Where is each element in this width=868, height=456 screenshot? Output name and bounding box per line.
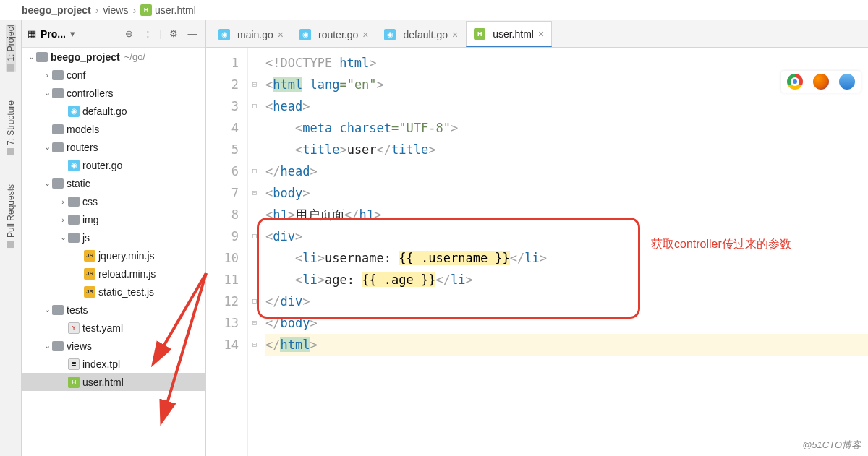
go-file-icon: ◉: [384, 29, 396, 40]
close-icon[interactable]: ×: [452, 29, 458, 40]
folder-icon: [52, 305, 64, 315]
folder-icon: [68, 215, 80, 225]
tree-item[interactable]: ≣index.tpl: [22, 355, 205, 373]
project-icon: ▦: [27, 28, 36, 39]
tree-item[interactable]: ⌄js: [22, 228, 205, 246]
editor-tab[interactable]: Huser.html×: [466, 21, 552, 47]
tree-item[interactable]: models: [22, 120, 205, 138]
project-panel-header: ▦ Pro... ▾ ⊕ ≑ | ⚙ —: [22, 20, 205, 48]
gear-icon[interactable]: ⚙: [166, 27, 181, 41]
fold-strip: ⊟⊟⊟⊟⊟⊟⊟⊟: [248, 48, 261, 456]
tree-root[interactable]: ⌄ beego_project~/go/: [22, 48, 205, 66]
editor-tabs: ◉main.go×◉router.go×◉default.go×Huser.ht…: [206, 20, 868, 48]
project-tree[interactable]: ⌄ beego_project~/go/ ›conf⌄controllers◉d…: [22, 48, 205, 456]
dropdown-icon[interactable]: ▾: [70, 28, 75, 39]
folder-icon: [52, 70, 64, 80]
folder-icon: [52, 341, 64, 351]
html-file-icon: H: [140, 4, 152, 16]
firefox-icon[interactable]: [813, 74, 829, 90]
folder-icon: [68, 197, 80, 207]
tree-item[interactable]: JSreload.min.js: [22, 264, 205, 283]
go-file-icon: ◉: [68, 160, 80, 171]
editor-tab[interactable]: ◉main.go×: [210, 21, 292, 47]
tree-item[interactable]: ◉router.go: [22, 156, 205, 174]
target-icon[interactable]: ⊕: [122, 27, 137, 41]
chevron-right-icon: ›: [132, 4, 136, 16]
tree-item[interactable]: JSjquery.min.js: [22, 246, 205, 264]
panel-title: Pro...: [41, 28, 66, 40]
project-panel: ▦ Pro... ▾ ⊕ ≑ | ⚙ — ⌄ beego_project~/go…: [22, 20, 206, 456]
chrome-icon[interactable]: [787, 74, 803, 90]
watermark: @51CTO博客: [802, 439, 861, 452]
close-icon[interactable]: ×: [538, 28, 544, 40]
close-icon[interactable]: ×: [278, 29, 284, 40]
tree-item[interactable]: JSstatic_test.js: [22, 283, 205, 301]
tree-item[interactable]: ›css: [22, 192, 205, 210]
js-file-icon: JS: [84, 250, 95, 262]
tree-item[interactable]: Ytest.yaml: [22, 319, 205, 337]
folder-icon: [52, 124, 64, 134]
sidebar-tab-pull-requests[interactable]: Pull Requests: [6, 184, 16, 248]
close-icon[interactable]: ×: [362, 29, 368, 40]
browser-preview-icons: [781, 71, 861, 93]
js-file-icon: JS: [84, 268, 95, 280]
tpl-file-icon: ≣: [68, 358, 80, 370]
tree-item[interactable]: ›img: [22, 210, 205, 228]
tree-item[interactable]: ⌄static: [22, 174, 205, 192]
tree-item[interactable]: ◉default.go: [22, 102, 205, 120]
tree-item[interactable]: ⌄routers: [22, 138, 205, 156]
sidebar-tab-structure[interactable]: 7: Structure: [6, 100, 16, 155]
html-file-icon: H: [474, 28, 485, 40]
line-gutter: 1234567891011121314: [206, 48, 248, 456]
go-file-icon: ◉: [299, 29, 311, 40]
tree-item[interactable]: ⌄tests: [22, 301, 205, 319]
html-file-icon: H: [68, 377, 80, 388]
chevron-right-icon: ›: [95, 4, 99, 16]
tree-item[interactable]: ⌄views: [22, 337, 205, 355]
tree-item[interactable]: Huser.html: [22, 373, 205, 391]
left-tool-strip: 1: Project 7: Structure Pull Requests: [0, 20, 22, 456]
sidebar-tab-project[interactable]: 1: Project: [6, 25, 16, 72]
go-file-icon: ◉: [218, 29, 230, 40]
go-file-icon: ◉: [68, 106, 80, 117]
yaml-file-icon: Y: [68, 322, 80, 334]
tree-item[interactable]: ⌄controllers: [22, 84, 205, 102]
safari-icon[interactable]: [839, 74, 855, 90]
folder-icon: [52, 88, 64, 98]
folder-icon: [68, 233, 80, 243]
editor-tab[interactable]: ◉router.go×: [292, 21, 376, 47]
js-file-icon: JS: [84, 286, 95, 298]
hide-icon[interactable]: —: [185, 27, 200, 41]
folder-icon: [52, 178, 64, 189]
tree-item[interactable]: ›conf: [22, 66, 205, 84]
folder-icon: [52, 142, 64, 152]
editor-tab[interactable]: ◉default.go×: [376, 21, 466, 47]
editor-area: ◉main.go×◉router.go×◉default.go×Huser.ht…: [206, 20, 868, 456]
collapse-icon[interactable]: ≑: [141, 27, 156, 41]
breadcrumb: beego_project › views › H user.html: [0, 0, 868, 20]
folder-icon: [36, 52, 48, 62]
annotation-text: 获取controller传过来的参数: [651, 237, 791, 252]
